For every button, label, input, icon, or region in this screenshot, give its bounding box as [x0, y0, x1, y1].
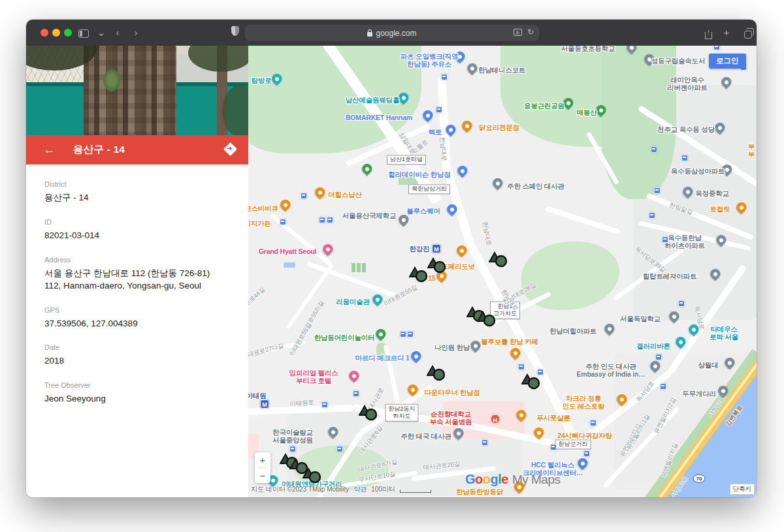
hospital-marker[interactable]: H [491, 415, 500, 424]
poi-label[interactable]: 한강진 [410, 245, 430, 253]
poi-label[interactable]: 리움미술관 [336, 298, 370, 305]
poi-label[interactable]: 한남테니스코트 [478, 66, 525, 74]
bus-stop-icon[interactable] [590, 420, 596, 426]
zoom-out-button[interactable]: − [255, 468, 270, 483]
sidebar-toggle-icon[interactable] [76, 25, 91, 40]
poi-label[interactable]: 할리데이비슨 한남점 [388, 170, 450, 178]
poi-label[interactable]: 응봉근린공원 [524, 102, 564, 110]
bus-stop-icon[interactable] [651, 146, 657, 153]
directions-icon[interactable]: ➔ [223, 142, 237, 156]
tree-marker[interactable] [409, 266, 429, 286]
poi-label[interactable]: 임피리얼 팰리스 부티크 호텔 [289, 369, 338, 385]
poi-label[interactable]: 옥수동한남 하이츠아파트 [664, 234, 705, 250]
poi-label[interactable]: 블루스퀘어 [406, 207, 440, 215]
zoom-in-button[interactable]: + [255, 452, 270, 467]
terms-link[interactable]: 약관 [353, 485, 367, 494]
share-icon[interactable]: ↑ [700, 25, 716, 40]
poi-label[interactable]: 매봉산 [577, 108, 597, 116]
tree-marker[interactable] [521, 373, 541, 393]
poi-label[interactable]: 옥수동삼성아파트 [671, 167, 725, 175]
poi-label[interactable]: 나인원 한남 [434, 343, 470, 351]
bus-stop-icon[interactable] [327, 217, 333, 223]
tree-photo[interactable] [26, 46, 248, 135]
bus-stop-icon[interactable] [400, 331, 406, 337]
poi-label[interactable]: 주한 스페인 대사관 [507, 182, 564, 190]
map-canvas[interactable]: 남산1호터널북한남삼거리한남1 고가차도한남2동지 하차도한남오거리소월로삼일대… [248, 46, 757, 497]
poi-label[interactable]: 천주교 옥수동 성당 [657, 125, 715, 133]
civic-poi-marker[interactable] [465, 61, 479, 75]
civic-poi-marker[interactable] [602, 322, 616, 336]
poi-label[interactable]: 순천향대학교 부속 서울병원 [430, 410, 472, 426]
bus-stop-icon[interactable] [319, 217, 325, 223]
poi-label[interactable]: 주한 태국 대사관 [400, 432, 451, 440]
bus-stop-icon[interactable] [321, 401, 328, 408]
subway-station-icon[interactable]: M [260, 399, 269, 409]
tree-marker[interactable] [359, 404, 378, 424]
reload-icon[interactable]: ↻ [527, 27, 534, 37]
poi-label[interactable]: 파츠 오일뱅크(직영 한남동) 주유소 [400, 52, 458, 69]
poi-label[interactable]: 24시뼈다귀감자탕 [557, 431, 612, 439]
poi-label[interactable]: 주한 인도 대사관 Embassy of India in… [576, 362, 645, 379]
bus-stop-icon[interactable] [660, 383, 666, 390]
new-tab-icon[interactable]: + [719, 25, 734, 40]
bus-stop-icon[interactable] [301, 193, 307, 199]
poi-label[interactable]: 한남동한방동닭 [456, 488, 503, 495]
bus-stop-icon[interactable] [482, 439, 488, 446]
google-my-maps-watermark[interactable]: Google My Maps [465, 472, 560, 487]
poi-label[interactable]: 닭요리전문점 [479, 123, 519, 131]
translate-icon[interactable]: あ [514, 29, 522, 36]
shop-poi-marker[interactable] [409, 349, 423, 363]
subway-station-icon[interactable]: M [432, 244, 441, 253]
bus-stop-icon[interactable] [649, 212, 655, 219]
privacy-shield-icon[interactable] [227, 25, 243, 40]
poi-label[interactable]: Grand Hyatt Seoul [259, 247, 316, 255]
tree-marker[interactable] [302, 467, 322, 487]
poi-label[interactable]: 서울독일학교 [620, 315, 661, 322]
forward-icon[interactable]: › [128, 25, 144, 40]
poi-label[interactable]: 힐탑트레져아파트 [643, 272, 696, 280]
poi-label[interactable]: BOMARKET Hannam [346, 114, 412, 121]
address-bar[interactable]: google.com あ ↻ [245, 25, 539, 41]
bus-stop-icon[interactable] [407, 331, 414, 337]
close-window-button[interactable] [41, 29, 48, 37]
civic-poi-marker[interactable] [491, 176, 504, 190]
poi-label[interactable]: 상월대 [698, 361, 719, 369]
bus-stop-icon[interactable] [550, 444, 557, 450]
hotel-poi-marker[interactable] [321, 242, 335, 256]
poi-label[interactable]: 옥정중학교 [695, 189, 729, 197]
poi-label[interactable]: 갤러리바톤 [636, 342, 670, 350]
poi-label[interactable]: 더힐스남산 [328, 191, 362, 198]
bus-stop-icon[interactable] [654, 187, 661, 194]
poi-label[interactable]: 래미안옥수 리버젠아파트 [667, 76, 708, 92]
bus-stop-icon[interactable] [336, 446, 343, 452]
poi-label[interactable]: 차크라 정통 인도 레스토랑 [563, 394, 605, 411]
hotel-poi-marker[interactable] [347, 369, 361, 383]
bus-stop-icon[interactable] [583, 450, 590, 457]
poi-label[interactable]: 블루보틀 한남 카페 [481, 337, 538, 345]
poi-label[interactable]: 탐방로 [252, 76, 272, 84]
keyboard-shortcuts-label[interactable]: 단축키 [730, 484, 755, 495]
bus-stop-icon[interactable] [678, 300, 685, 307]
poi-label[interactable]: 서울동호초등학교 [561, 46, 615, 52]
poi-label[interactable]: 코스비비큐 [248, 204, 278, 212]
poi-label[interactable]: 로컬릿 [710, 205, 730, 213]
minimize-window-button[interactable] [52, 29, 60, 37]
chevron-down-icon[interactable]: ⌄ [93, 25, 109, 40]
bus-stop-icon[interactable] [280, 219, 286, 225]
bus-stop-icon[interactable] [681, 155, 688, 161]
bus-stop-icon[interactable] [353, 390, 359, 397]
bus-stop-icon[interactable] [713, 46, 720, 50]
poi-label[interactable]: 남산예술원웨딩홀 [346, 96, 399, 104]
food-poi-marker[interactable] [508, 346, 522, 360]
tab-overview-icon[interactable] [738, 25, 754, 40]
poi-label[interactable]: 서울용산국제학교 [342, 211, 396, 219]
bus-stop-icon[interactable] [441, 74, 448, 80]
poi-label[interactable]: 성동구립숲속도서 [651, 57, 705, 65]
zoom-window-button[interactable] [64, 29, 72, 37]
food-poi-marker[interactable] [313, 185, 327, 199]
bus-stop-icon[interactable] [436, 106, 442, 113]
park-poi-marker[interactable] [360, 162, 374, 176]
bus-stop-icon[interactable] [655, 354, 662, 360]
tree-marker[interactable] [477, 310, 497, 330]
poi-label[interactable]: 렉토 [429, 128, 442, 136]
